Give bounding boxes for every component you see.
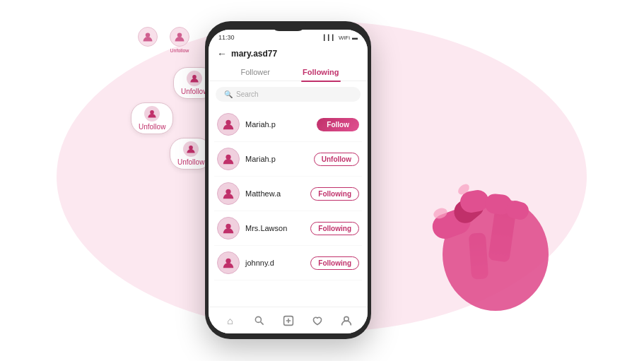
float-badge-2-icon: [144, 106, 160, 122]
float-badge-1-label: Unfollow: [181, 88, 208, 95]
user-row-2: Mariah.p Unfollow: [214, 142, 362, 177]
status-icons: ▎▎▎ WiFi ▬: [324, 35, 358, 41]
phone-notch: [271, 21, 306, 31]
following-button-4[interactable]: Following: [310, 222, 359, 235]
svg-point-5: [226, 120, 230, 125]
float-small-1-icon: [138, 27, 158, 47]
search-placeholder: Search: [236, 90, 259, 98]
user-row-1: Mariah.p Follow: [214, 107, 362, 142]
search-icon: 🔍: [224, 90, 233, 98]
float-small-2-icon: [170, 27, 189, 47]
user-avatar-3: [217, 182, 240, 205]
bottom-nav: ⌂: [209, 307, 368, 333]
user-row-5: johnny.d Following: [214, 246, 362, 280]
nav-home-icon[interactable]: ⌂: [223, 313, 238, 329]
svg-point-8: [226, 224, 230, 229]
float-badge-2: Unfollow: [131, 102, 173, 134]
signal-icon: ▎▎▎: [324, 35, 336, 41]
user-name-3: Matthew.a: [245, 189, 305, 198]
svg-point-0: [192, 75, 197, 79]
following-button-3[interactable]: Following: [310, 187, 359, 201]
user-avatar-1: [217, 113, 240, 136]
status-bar: 11:30 ▎▎▎ WiFi ▬: [209, 30, 368, 45]
nav-heart-icon[interactable]: [310, 313, 325, 329]
back-button[interactable]: ←: [217, 48, 227, 59]
float-badge-2-label: Unfollow: [139, 123, 165, 131]
float-badge-3-label: Unfollow: [177, 158, 204, 166]
svg-point-6: [226, 155, 230, 160]
user-avatar-5: [217, 251, 240, 274]
unfollow-button-2[interactable]: Unfollow: [314, 153, 359, 166]
user-list: Mariah.p Follow Mariah.p Unfollow Matthe…: [209, 107, 368, 307]
user-row-3: Matthew.a Following: [214, 177, 362, 211]
user-name-5: johnny.d: [245, 259, 305, 267]
user-name-1: Mariah.p: [245, 120, 311, 129]
nav-search-icon[interactable]: [252, 313, 267, 329]
svg-point-3: [146, 32, 150, 37]
hand-illustration: [418, 113, 573, 311]
nav-profile-icon[interactable]: [339, 313, 354, 329]
search-bar[interactable]: 🔍 Search: [216, 87, 361, 102]
phone-screen: 11:30 ▎▎▎ WiFi ▬ ← mary.asd77 Follower F…: [209, 30, 368, 333]
user-avatar-4: [217, 217, 240, 239]
tabs-container: Follower Following: [209, 64, 368, 81]
tab-following[interactable]: Following: [288, 64, 354, 81]
user-avatar-2: [217, 148, 240, 170]
wifi-icon: WiFi: [339, 35, 350, 41]
svg-point-4: [177, 32, 182, 37]
float-small-1: [138, 27, 158, 47]
float-badge-1-icon: [187, 71, 202, 86]
svg-point-7: [226, 189, 230, 194]
nav-add-icon[interactable]: [281, 313, 296, 329]
battery-icon: ▬: [352, 35, 358, 41]
float-badge-3-icon: [183, 141, 199, 157]
status-time: 11:30: [218, 34, 235, 41]
svg-point-2: [189, 146, 193, 150]
svg-point-1: [150, 110, 154, 114]
svg-line-11: [260, 321, 263, 324]
follow-button-1[interactable]: Follow: [317, 118, 359, 131]
svg-point-10: [255, 316, 261, 322]
following-button-5[interactable]: Following: [310, 256, 359, 270]
app-header: ← mary.asd77: [209, 45, 368, 64]
phone: 11:30 ▎▎▎ WiFi ▬ ← mary.asd77 Follower F…: [205, 21, 371, 339]
float-small-2-label: Unfollow: [170, 48, 189, 53]
profile-username: mary.asd77: [231, 49, 277, 59]
user-name-4: Mrs.Lawson: [245, 224, 305, 232]
user-name-2: Mariah.p: [245, 155, 308, 163]
float-small-2: Unfollow: [170, 27, 189, 53]
svg-point-9: [226, 259, 230, 264]
tab-follower[interactable]: Follower: [223, 64, 288, 81]
user-row-4: Mrs.Lawson Following: [214, 211, 362, 246]
